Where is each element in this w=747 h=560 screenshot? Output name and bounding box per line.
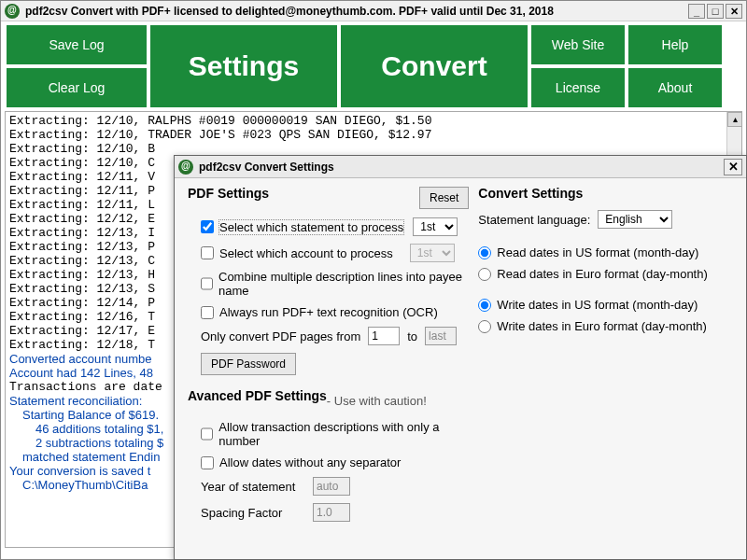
year-label: Year of statement <box>201 480 313 494</box>
write-eu-label: Write dates in Euro format (day-month) <box>497 319 706 333</box>
pdf-password-button[interactable]: PDF Password <box>201 353 296 375</box>
dialog-app-icon <box>178 160 193 175</box>
spacing-input[interactable] <box>313 503 350 522</box>
log-line: Extracting: 12/10, RALPHS #0019 00000001… <box>9 114 738 128</box>
convert-settings-panel: Convert Settings Statement language: Eng… <box>478 186 733 529</box>
allow-no-separator-label: Allow dates without any separator <box>219 455 401 469</box>
window-controls: _ □ ✕ <box>688 4 742 19</box>
year-input[interactable] <box>313 477 350 496</box>
log-line: Extracting: 12/10, B <box>9 142 738 156</box>
advanced-caution: - Use with caution! <box>327 394 427 408</box>
window-title: pdf2csv Convert with PDF+ licensed to de… <box>25 5 688 18</box>
license-button[interactable]: License <box>531 68 625 107</box>
statement-select[interactable]: 1st <box>413 217 458 236</box>
write-eu-radio[interactable] <box>478 320 491 333</box>
ocr-label: Always run PDF+ text recognition (OCR) <box>219 305 438 319</box>
pdf-settings-panel: PDF Settings Reset Select which statemen… <box>188 186 469 529</box>
pages-from-input[interactable] <box>368 327 400 345</box>
allow-number-only-checkbox[interactable] <box>201 427 213 441</box>
advanced-heading: Avanced PDF Settings <box>188 388 327 403</box>
select-statement-label: Select which statement to process <box>219 220 403 234</box>
pages-to-input[interactable] <box>425 327 457 345</box>
language-label: Statement language: <box>478 213 590 227</box>
select-account-label: Select which account to process <box>219 246 393 260</box>
clear-log-button[interactable]: Clear Log <box>7 68 147 107</box>
about-button[interactable]: About <box>628 68 722 107</box>
read-us-label: Read dates in US format (month-day) <box>497 245 698 259</box>
convert-button[interactable]: Convert <box>341 25 528 107</box>
settings-button[interactable]: Settings <box>150 25 337 107</box>
read-eu-label: Read dates in Euro format (day-month) <box>497 267 707 281</box>
dialog-titlebar: pdf2csv Convert Settings ✕ <box>175 156 746 178</box>
spacing-label: Spacing Factor <box>201 506 313 520</box>
save-log-button[interactable]: Save Log <box>7 25 147 64</box>
select-account-checkbox[interactable] <box>201 246 214 259</box>
combine-lines-checkbox[interactable] <box>201 277 213 290</box>
web-site-button[interactable]: Web Site <box>531 25 625 64</box>
account-select: 1st <box>410 244 455 262</box>
allow-no-separator-checkbox[interactable] <box>201 456 214 469</box>
reset-button[interactable]: Reset <box>419 187 469 209</box>
dialog-close-button[interactable]: ✕ <box>724 159 742 175</box>
language-select[interactable]: English <box>598 210 672 229</box>
maximize-button[interactable]: □ <box>707 4 724 19</box>
settings-dialog: pdf2csv Convert Settings ✕ PDF Settings … <box>174 155 747 560</box>
read-eu-radio[interactable] <box>478 268 491 281</box>
convert-settings-heading: Convert Settings <box>478 186 733 201</box>
ocr-checkbox[interactable] <box>201 306 214 319</box>
write-us-radio[interactable] <box>478 299 491 312</box>
combine-lines-label: Combine multiple description lines into … <box>218 270 469 298</box>
pages-to-label: to <box>407 329 417 343</box>
write-us-label: Write dates in US format (month-day) <box>497 298 698 312</box>
pages-from-label: Only convert PDF pages from <box>201 329 360 343</box>
titlebar: pdf2csv Convert with PDF+ licensed to de… <box>1 1 746 21</box>
dialog-body: PDF Settings Reset Select which statemen… <box>175 178 746 537</box>
pdf-settings-heading: PDF Settings <box>188 186 269 201</box>
scroll-up-icon[interactable]: ▴ <box>727 112 742 127</box>
log-line: Extracting: 12/10, TRADER JOE'S #023 QPS… <box>9 128 738 142</box>
minimize-button[interactable]: _ <box>688 4 705 19</box>
toolbar: Save Log Clear Log Settings Convert Web … <box>1 21 746 111</box>
read-us-radio[interactable] <box>478 246 491 259</box>
app-icon <box>5 4 20 19</box>
allow-number-only-label: Allow transaction descriptions with only… <box>218 420 469 448</box>
close-button[interactable]: ✕ <box>726 4 742 19</box>
select-statement-checkbox[interactable] <box>201 220 214 233</box>
dialog-title: pdf2csv Convert Settings <box>199 161 724 174</box>
help-button[interactable]: Help <box>628 25 722 64</box>
